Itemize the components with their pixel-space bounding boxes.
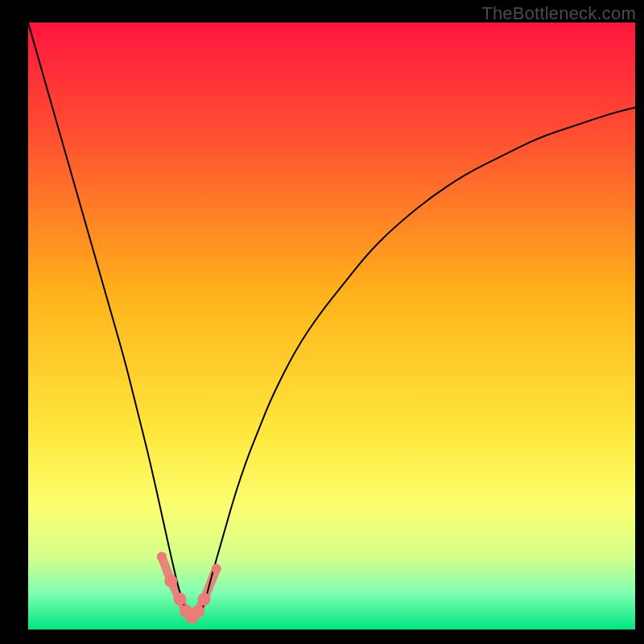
marker-dot bbox=[198, 592, 211, 605]
watermark-text: TheBottleneck.com bbox=[481, 3, 636, 24]
plot-background bbox=[28, 23, 635, 630]
marker-dot bbox=[164, 575, 177, 588]
marker-dot bbox=[212, 564, 221, 574]
marker-dot bbox=[157, 552, 167, 562]
marker-dot bbox=[174, 592, 187, 605]
chart-frame: TheBottleneck.com bbox=[0, 0, 644, 644]
bottleneck-chart bbox=[0, 0, 644, 644]
marker-dot bbox=[192, 605, 204, 617]
